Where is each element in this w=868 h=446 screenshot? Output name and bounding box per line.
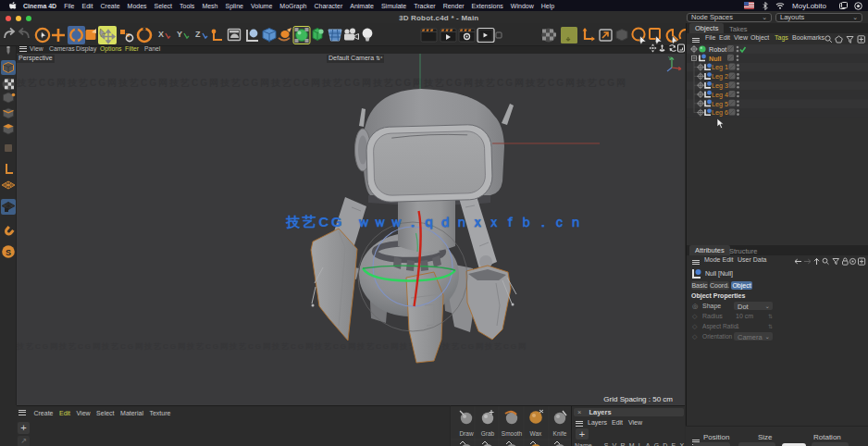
svg-text:S: S bbox=[6, 248, 11, 257]
svg-text:X: X bbox=[158, 30, 164, 39]
svg-text:Knife: Knife bbox=[553, 430, 567, 437]
svg-text:Draw: Draw bbox=[459, 430, 473, 437]
svg-text:Smooth: Smooth bbox=[502, 430, 523, 437]
svg-text:Z: Z bbox=[195, 30, 201, 39]
svg-text:Leg 4: Leg 4 bbox=[712, 91, 728, 99]
svg-text:Leg 3: Leg 3 bbox=[712, 81, 728, 90]
svg-text:Y: Y bbox=[668, 56, 672, 61]
svg-text:Leg 6: Leg 6 bbox=[712, 108, 728, 117]
svg-text:Robot: Robot bbox=[709, 45, 726, 54]
svg-text:Leg 1: Leg 1 bbox=[712, 63, 728, 71]
svg-text:Wax: Wax bbox=[530, 430, 543, 437]
svg-text:Leg 2: Leg 2 bbox=[712, 72, 728, 81]
svg-text:Null: Null bbox=[709, 55, 722, 63]
svg-text:Leg 5: Leg 5 bbox=[712, 100, 728, 108]
svg-text:Y: Y bbox=[177, 30, 182, 39]
svg-text:Grab: Grab bbox=[481, 430, 495, 437]
